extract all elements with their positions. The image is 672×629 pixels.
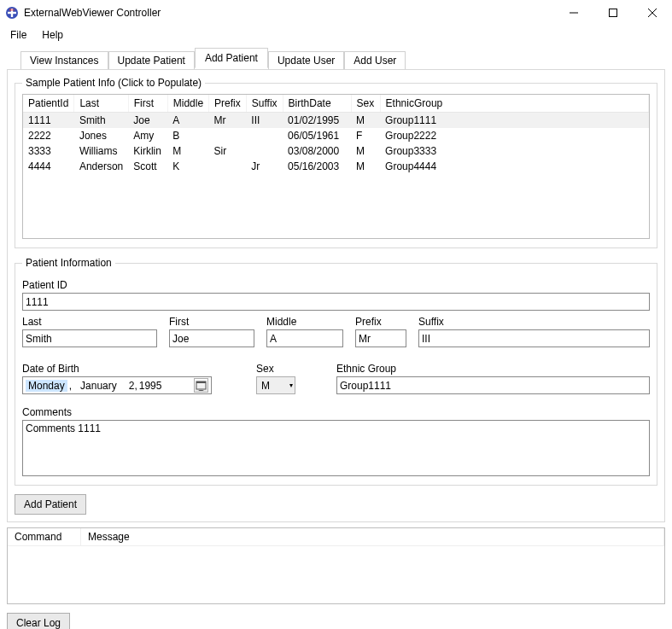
last-input[interactable] (22, 329, 157, 347)
patient-information-group: Patient Information Patient ID Last Firs… (15, 257, 657, 486)
cell-first: Kirklin (128, 143, 167, 159)
cell-birthDate: 03/08/2000 (283, 143, 351, 159)
first-input[interactable] (169, 329, 254, 347)
cell-middle: K (167, 159, 208, 174)
table-row[interactable]: 3333WilliamsKirklinMSir03/08/2000MGroup3… (23, 143, 649, 159)
minimize-button[interactable] (554, 0, 593, 26)
sample-patient-legend: Sample Patient Info (Click to Populate) (22, 77, 205, 89)
tab-add-patient[interactable]: Add Patient (195, 48, 268, 68)
cell-ethnicGroup: Group3333 (380, 143, 648, 159)
title-bar: MED ExternalWebViewer Controller (0, 0, 672, 26)
label-middle: Middle (266, 316, 343, 328)
label-ethnic: Ethnic Group (336, 363, 650, 375)
cell-middle: M (167, 143, 208, 159)
cell-ethnicGroup: Group4444 (380, 159, 648, 174)
log-grid[interactable]: Command Message (7, 527, 665, 604)
col-prefix[interactable]: Prefix (209, 95, 247, 113)
cell-sex: F (351, 128, 380, 143)
dob-year: 1995 (139, 380, 162, 392)
log-col-message[interactable]: Message (81, 528, 664, 546)
tab-strip: View Instances Update Patient Add Patien… (0, 44, 672, 69)
patient-information-legend: Patient Information (22, 257, 115, 269)
middle-input[interactable] (266, 329, 343, 347)
tab-view-instances[interactable]: View Instances (20, 51, 108, 69)
cell-first: Joe (128, 113, 167, 129)
add-patient-button[interactable]: Add Patient (15, 494, 86, 515)
svg-rect-9 (196, 381, 206, 383)
table-row[interactable]: 2222JonesAmyB06/05/1961FGroup2222 (23, 128, 649, 143)
calendar-drop-icon[interactable] (194, 378, 208, 393)
cell-last: Anderson (74, 159, 128, 174)
svg-text:MED: MED (9, 9, 16, 12)
tab-add-user[interactable]: Add User (344, 51, 406, 69)
sample-patient-group: Sample Patient Info (Click to Populate) … (15, 77, 657, 248)
sample-patient-grid[interactable]: PatientId Last First Middle Prefix Suffi… (22, 94, 650, 239)
cell-birthDate: 01/02/1995 (283, 113, 351, 129)
log-col-command[interactable]: Command (8, 528, 81, 546)
suffix-input[interactable] (418, 329, 650, 347)
tab-update-patient[interactable]: Update Patient (108, 51, 195, 69)
col-last[interactable]: Last (74, 95, 128, 113)
cell-last: Jones (74, 128, 128, 143)
cell-patientId: 4444 (23, 159, 74, 174)
app-icon: MED (5, 6, 19, 20)
col-ethnicgroup[interactable]: EthnicGroup (380, 95, 648, 113)
dob-datepicker[interactable]: Monday , January 2, 1995 (22, 376, 212, 394)
cell-prefix (209, 128, 247, 143)
dob-weekday: Monday (26, 380, 67, 392)
cell-suffix: III (246, 113, 283, 129)
col-patientid[interactable]: PatientId (23, 95, 74, 113)
col-birthdate[interactable]: BirthDate (283, 95, 351, 113)
cell-ethnicGroup: Group2222 (380, 128, 648, 143)
label-sex: Sex (256, 363, 324, 375)
cell-middle: A (167, 113, 208, 129)
dob-sep: , (69, 380, 72, 392)
table-row[interactable]: 4444AndersonScottKJr05/16/2003MGroup4444 (23, 159, 649, 174)
cell-prefix: Sir (209, 143, 247, 159)
col-middle[interactable]: Middle (167, 95, 208, 113)
col-sex[interactable]: Sex (351, 95, 380, 113)
cell-sex: M (351, 113, 380, 129)
sex-select[interactable]: M ▾ (256, 376, 295, 394)
col-first[interactable]: First (128, 95, 167, 113)
clear-log-button[interactable]: Clear Log (7, 613, 70, 629)
svg-rect-2 (8, 12, 16, 14)
table-row[interactable]: 1111SmithJoeAMrIII01/02/1995MGroup1111 (23, 113, 649, 129)
label-prefix: Prefix (355, 316, 406, 328)
cell-sex: M (351, 159, 380, 174)
cell-patientId: 2222 (23, 128, 74, 143)
sex-value: M (261, 380, 270, 392)
cell-sex: M (351, 143, 380, 159)
cell-birthDate: 06/05/1961 (283, 128, 351, 143)
window-title: ExternalWebViewer Controller (24, 7, 554, 19)
cell-prefix (209, 159, 247, 174)
cell-last: Smith (74, 113, 128, 129)
menu-file[interactable]: File (3, 27, 33, 43)
ethnic-input[interactable] (336, 376, 650, 394)
close-button[interactable] (633, 0, 672, 26)
cell-prefix: Mr (209, 113, 247, 129)
menu-bar: File Help (0, 26, 672, 44)
grid-header-row: PatientId Last First Middle Prefix Suffi… (23, 95, 649, 113)
label-comments: Comments (22, 406, 650, 418)
window-buttons (554, 0, 672, 26)
dob-day: 2, (129, 380, 137, 392)
maximize-button[interactable] (593, 0, 633, 26)
label-last: Last (22, 316, 157, 328)
tab-update-user[interactable]: Update User (268, 51, 344, 69)
col-suffix[interactable]: Suffix (246, 95, 283, 113)
svg-rect-5 (610, 9, 617, 17)
menu-help[interactable]: Help (35, 27, 70, 43)
prefix-input[interactable] (355, 329, 406, 347)
patient-id-input[interactable] (22, 293, 650, 311)
comments-textarea[interactable] (22, 420, 650, 476)
cell-birthDate: 05/16/2003 (283, 159, 351, 174)
tab-page-add-patient: Sample Patient Info (Click to Populate) … (7, 69, 665, 522)
label-dob: Date of Birth (22, 363, 244, 375)
dob-month: January (80, 380, 117, 392)
label-first: First (169, 316, 254, 328)
cell-patientId: 3333 (23, 143, 74, 159)
svg-marker-10 (198, 390, 204, 391)
cell-first: Amy (128, 128, 167, 143)
cell-suffix (246, 143, 283, 159)
